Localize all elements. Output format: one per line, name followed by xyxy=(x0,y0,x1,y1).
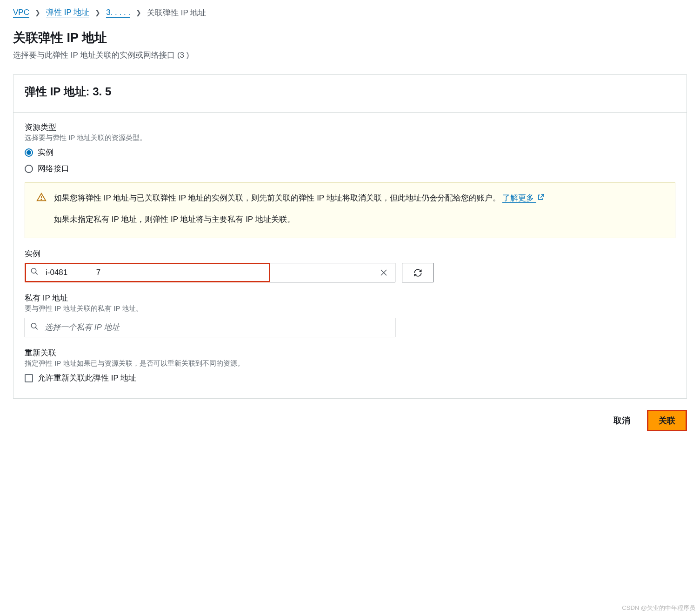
instance-label: 实例 xyxy=(25,248,675,259)
panel-header: 弹性 IP 地址: 3. 5 xyxy=(13,75,687,113)
radio-unselected-icon xyxy=(25,165,33,173)
warning-icon xyxy=(36,191,47,227)
breadcrumb-vpc[interactable]: VPC xyxy=(13,8,29,18)
radio-instance-label: 实例 xyxy=(38,147,53,158)
footer-actions: 取消 关联 xyxy=(13,410,687,431)
chevron-right-icon: ❯ xyxy=(136,9,141,16)
chevron-right-icon: ❯ xyxy=(35,9,40,16)
learn-more-link[interactable]: 了解更多 xyxy=(502,194,536,203)
resource-type-sub: 选择要与弹性 IP 地址关联的资源类型。 xyxy=(25,134,675,142)
refresh-button[interactable] xyxy=(402,263,433,282)
chevron-right-icon: ❯ xyxy=(95,9,100,16)
instance-right-border xyxy=(270,263,395,282)
breadcrumb-current: 关联弹性 IP 地址 xyxy=(147,7,206,18)
svg-point-1 xyxy=(41,199,41,200)
breadcrumb: VPC ❯ 弹性 IP 地址 ❯ 3. . . . . ❯ 关联弹性 IP 地址 xyxy=(13,7,687,18)
reassociate-label: 重新关联 xyxy=(25,348,675,358)
private-ip-combobox[interactable] xyxy=(25,318,395,337)
page-title: 关联弹性 IP 地址 xyxy=(13,29,687,46)
instance-combobox[interactable] xyxy=(25,263,270,282)
resource-type-section: 资源类型 选择要与弹性 IP 地址关联的资源类型。 实例 网络接口 xyxy=(25,122,675,238)
page-description: 选择要与此弹性 IP 地址关联的实例或网络接口 (3 ) xyxy=(13,50,687,60)
instance-section: 实例 xyxy=(25,248,675,282)
main-panel: 弹性 IP 地址: 3. 5 资源类型 选择要与弹性 IP 地址关联的资源类型。… xyxy=(13,74,687,399)
external-link-icon xyxy=(537,192,545,206)
reassociate-sub: 指定弹性 IP 地址如果已与资源关联，是否可以重新关联到不同的资源。 xyxy=(25,359,675,368)
breadcrumb-ip-id[interactable]: 3. . . . . xyxy=(106,8,130,18)
radio-selected-icon xyxy=(25,148,33,157)
cancel-button[interactable]: 取消 xyxy=(603,411,640,430)
info-paragraph-1: 如果您将弹性 IP 地址与已关联弹性 IP 地址的实例关联，则先前关联的弹性 I… xyxy=(54,194,500,202)
reassociate-checkbox-label: 允许重新关联此弹性 IP 地址 xyxy=(38,373,136,383)
info-paragraph-2: 如果未指定私有 IP 地址，则弹性 IP 地址将与主要私有 IP 地址关联。 xyxy=(54,213,545,227)
private-ip-sub: 要与弹性 IP 地址关联的私有 IP 地址。 xyxy=(25,304,675,313)
clear-instance-button[interactable] xyxy=(374,268,393,277)
resource-type-label: 资源类型 xyxy=(25,122,675,133)
radio-network-interface[interactable]: 网络接口 xyxy=(25,163,675,174)
instance-input[interactable] xyxy=(25,263,270,282)
private-ip-input[interactable] xyxy=(25,318,395,337)
checkbox-unchecked-icon xyxy=(25,374,33,382)
reassociate-checkbox[interactable]: 允许重新关联此弹性 IP 地址 xyxy=(25,373,675,383)
info-box: 如果您将弹性 IP 地址与已关联弹性 IP 地址的实例关联，则先前关联的弹性 I… xyxy=(25,182,675,238)
radio-interface-label: 网络接口 xyxy=(38,163,69,174)
breadcrumb-eip[interactable]: 弹性 IP 地址 xyxy=(46,7,89,18)
associate-button[interactable]: 关联 xyxy=(647,410,687,431)
private-ip-label: 私有 IP 地址 xyxy=(25,293,675,303)
reassociate-section: 重新关联 指定弹性 IP 地址如果已与资源关联，是否可以重新关联到不同的资源。 … xyxy=(25,348,675,383)
private-ip-section: 私有 IP 地址 要与弹性 IP 地址关联的私有 IP 地址。 xyxy=(25,293,675,337)
radio-instance[interactable]: 实例 xyxy=(25,147,675,158)
